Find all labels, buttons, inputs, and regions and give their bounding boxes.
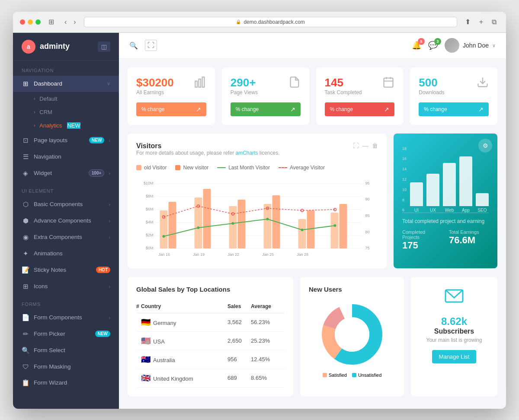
downloads-change[interactable]: % change ↗ — [419, 102, 489, 116]
maximize-dot[interactable] — [35, 19, 41, 25]
sidebar-item-page-layouts[interactable]: ⊡ Page layouts NEW › — [13, 132, 119, 149]
sidebar-item-form-wizard[interactable]: 📋 Form Wizard — [13, 375, 119, 391]
user-chevron-icon: ∨ — [492, 43, 496, 48]
sidebar-item-analytics[interactable]: › Analytics NEW — [13, 119, 119, 132]
arrow-up-icon: ↗ — [478, 106, 484, 113]
browser-chrome: ⊞ ‹ › 🔒 demo.dashboardpack.com ⬆ + ⧉ — [13, 12, 506, 33]
chart-legend: old Visitor New visitor Last Month Visit… — [136, 165, 378, 171]
legend-unsatisfied: Unsatisfied — [352, 372, 381, 378]
unsatisfied-label: Unsatisfied — [358, 372, 381, 378]
minimize-dot[interactable] — [28, 19, 33, 25]
search-button[interactable]: 🔍 — [129, 41, 138, 50]
animations-label: Animations — [34, 250, 110, 257]
visitors-card-header: Visitors For more details about usage, p… — [136, 142, 378, 163]
sidebar-item-crm[interactable]: › CRM — [13, 105, 119, 119]
sidebar-item-sticky-notes[interactable]: 📝 Sticky Notes HOT — [13, 262, 119, 278]
new-tab-btn[interactable]: + — [477, 17, 486, 27]
sidebar-item-navigation[interactable]: ☰ Navigation — [13, 149, 119, 165]
back-btn[interactable]: ‹ — [62, 17, 69, 27]
messages-button[interactable]: 💬 3 — [428, 41, 438, 50]
completed-value: 175 — [402, 240, 442, 251]
crm-label: CRM — [39, 109, 52, 115]
svg-rect-36 — [340, 204, 347, 248]
expand-card-button[interactable]: ⛶ — [353, 142, 359, 149]
svg-point-59 — [335, 317, 369, 352]
share-btn[interactable]: ⬆ — [462, 17, 473, 27]
green-bars: UI UX Web — [410, 146, 489, 213]
bar-web: Web — [443, 163, 456, 213]
new-visitor-legend-dot — [175, 165, 180, 170]
amcharts-link[interactable]: amCharts — [235, 150, 258, 156]
legend-last-month: Last Month Visitor — [217, 165, 270, 171]
svg-text:80: 80 — [365, 230, 370, 234]
donut-container — [309, 300, 395, 369]
table-row: 🇦🇺Australia 956 12.45% — [136, 350, 285, 369]
earnings-change[interactable]: % change ↗ — [136, 102, 206, 116]
sales-card: Global Sales by Top Locations # Country … — [128, 277, 293, 396]
col-average: Average — [251, 300, 285, 313]
chevron-right-icon: › — [109, 235, 110, 240]
svg-text:Jan 22: Jan 22 — [227, 252, 239, 257]
topbar: 🔍 ⛶ 🔔 5 💬 3 John Doe — [119, 33, 506, 59]
user-avatar — [445, 38, 459, 53]
forward-btn[interactable]: › — [71, 17, 78, 27]
col-sales: Sales — [227, 300, 251, 313]
form-wizard-label: Form Wizard — [34, 379, 110, 386]
extra-components-label: Extra Components — [34, 234, 104, 240]
sidebar-item-form-masking[interactable]: 🛡 Form Masking — [13, 359, 119, 375]
sidebar-item-form-components[interactable]: 📄 Form Components › — [13, 309, 119, 326]
minimize-card-button[interactable]: — — [362, 142, 368, 149]
bar-ui: UI — [410, 182, 423, 213]
notifications-button[interactable]: 🔔 5 — [412, 41, 421, 50]
sidebar-item-form-picker[interactable]: ✏ Form Picker NEW — [13, 326, 119, 342]
page-layouts-label: Page layouts — [34, 137, 85, 143]
close-dot[interactable] — [20, 19, 25, 25]
bar-seo-label: SEO — [477, 208, 487, 213]
sidebar-item-advance-components[interactable]: ⬢ Advance Components › — [13, 213, 119, 229]
row-country-3: 🇦🇺Australia — [141, 350, 227, 369]
address-bar[interactable]: 🔒 demo.dashboardpack.com — [84, 17, 457, 27]
y-label-10: 10 — [402, 188, 407, 192]
earnings-value: $30200 — [136, 76, 174, 89]
sidebar-item-basic-components[interactable]: ⬡ Basic Components › — [13, 196, 119, 213]
duplicate-btn[interactable]: ⧉ — [489, 17, 499, 27]
chevron-right-icon: › — [109, 218, 110, 223]
user-menu[interactable]: John Doe ∨ — [445, 38, 496, 53]
widget-label: Widget — [34, 170, 84, 176]
sidebar-item-dashboard[interactable]: ⊞ Dashboard ∨ — [13, 76, 119, 92]
svg-rect-25 — [160, 210, 168, 248]
tasks-change-label: % change — [330, 106, 353, 112]
sidebar-toggle[interactable]: ◫ — [98, 41, 110, 52]
sidebar-item-icons[interactable]: ⊞ Icons › — [13, 278, 119, 295]
downloads-value: 500 — [419, 76, 444, 89]
email-icon — [444, 286, 465, 310]
pageviews-change[interactable]: % change ↗ — [231, 102, 301, 116]
donut-legend: Satisfied Unsatisfied — [309, 372, 395, 378]
form-select-icon: 🔍 — [22, 347, 29, 354]
green-chart-body: 18 16 14 12 10 8 6 — [402, 146, 489, 213]
manage-list-button[interactable]: Manage List — [432, 350, 477, 363]
green-chart-stats: Completed Projects 175 Total Earnings 76… — [402, 229, 489, 251]
sidebar-item-default[interactable]: › Default — [13, 92, 119, 105]
tasks-change[interactable]: % change ↗ — [325, 102, 395, 116]
sidebar-item-extra-components[interactable]: ◉ Extra Components › — [13, 229, 119, 245]
close-card-button[interactable]: 🗑 — [372, 142, 378, 149]
sidebar-item-widget[interactable]: ◈ Widget 100+ › — [13, 165, 119, 181]
sidebar-item-animations[interactable]: ✦ Animations — [13, 245, 119, 262]
svg-rect-31 — [264, 204, 272, 248]
bar-ux-label: UX — [430, 208, 436, 213]
pageviews-value-wrap: 290+ Page Views — [231, 76, 258, 101]
basic-components-label: Basic Components — [34, 201, 104, 207]
sales-table-head: # Country Sales Average — [136, 300, 285, 313]
dashboard-icon: ⊞ — [22, 80, 29, 88]
sidebar-item-form-select[interactable]: 🔍 Form Select — [13, 342, 119, 359]
sidebar-toggle-btn[interactable]: ⊞ — [46, 17, 57, 27]
svg-point-41 — [301, 229, 304, 231]
stat-top-earnings: $30200 All Earnings — [136, 76, 206, 101]
svg-rect-28 — [203, 189, 211, 248]
average-legend-dashed — [279, 167, 287, 168]
expand-button[interactable]: ⛶ — [145, 40, 157, 51]
chevron-right-icon: › — [109, 315, 110, 320]
flag-au: 🇦🇺 — [141, 355, 151, 364]
nav-section-label: Navigation — [13, 61, 119, 76]
